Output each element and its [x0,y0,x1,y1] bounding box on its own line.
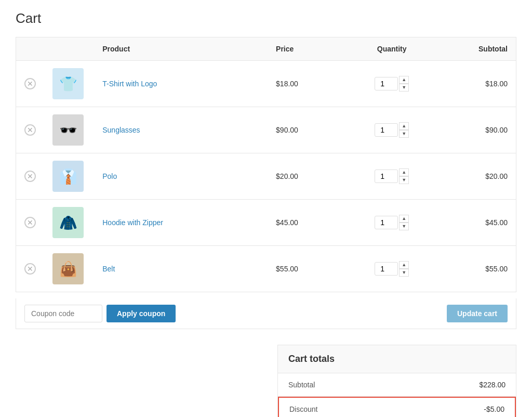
qty-down-button[interactable]: ▼ [399,269,409,277]
remove-item-button[interactable]: ✕ [24,217,36,228]
cart-totals-panel: Cart totals Subtotal $228.00 Discount -$… [277,345,516,417]
col-price: Price [268,37,342,61]
table-row: ✕ 🕶️ Sunglasses $90.00 ▲ ▼ [16,107,516,153]
col-img [44,37,94,61]
quantity-wrapper: ▲ ▼ [351,122,433,138]
qty-arrows: ▲ ▼ [399,76,409,92]
qty-arrows: ▲ ▼ [399,215,409,230]
table-row: ✕ 👕 T-Shirt with Logo $18.00 ▲ ▼ [16,61,516,107]
product-emoji: 👜 [59,260,77,278]
product-emoji: 👔 [59,168,77,185]
subtotal-cell: $20.00 [442,153,516,200]
remove-cell: ✕ [16,153,45,200]
quantity-input[interactable] [375,216,398,229]
product-link[interactable]: Belt [102,265,115,273]
qty-down-button[interactable]: ▼ [399,130,409,138]
quantity-wrapper: ▲ ▼ [351,215,433,230]
quantity-input[interactable] [375,77,398,90]
subtotal-cell: $45.00 [442,200,516,246]
product-image: 🧥 [52,207,84,238]
qty-down-button[interactable]: ▼ [399,84,409,92]
product-image: 👜 [52,253,84,284]
page-title: Cart [16,10,516,27]
quantity-input[interactable] [375,123,398,137]
coupon-input[interactable] [24,305,102,322]
table-row: ✕ 👜 Belt $55.00 ▲ ▼ $55.00 [16,246,516,292]
cart-table: Product Price Quantity Subtotal ✕ 👕 T-Sh… [16,37,516,292]
remove-cell: ✕ [16,61,45,107]
qty-down-button[interactable]: ▼ [399,223,409,230]
image-cell: 👔 [44,153,94,200]
subtotal-row: Subtotal $228.00 [278,373,516,397]
product-name-cell: Polo [94,153,268,200]
cart-totals-section: Cart totals Subtotal $228.00 Discount -$… [16,345,516,417]
subtotal-value: $228.00 [479,381,506,389]
subtotal-label: Subtotal [288,381,315,389]
qty-arrows: ▲ ▼ [399,122,409,138]
product-emoji: 👕 [59,75,77,93]
update-cart-button[interactable]: Update cart [447,305,508,322]
price-cell: $55.00 [268,246,342,292]
subtotal-cell: $55.00 [442,246,516,292]
apply-coupon-button[interactable]: Apply coupon [107,305,176,322]
quantity-cell: ▲ ▼ [342,200,442,246]
product-link[interactable]: T-Shirt with Logo [102,80,157,88]
remove-cell: ✕ [16,200,45,246]
quantity-cell: ▲ ▼ [342,246,442,292]
table-row: ✕ 👔 Polo $20.00 ▲ ▼ $20.00 [16,153,516,200]
quantity-wrapper: ▲ ▼ [351,76,433,92]
product-image: 👔 [52,161,84,192]
discount-value: -$5.00 [484,405,504,413]
product-emoji: 🕶️ [59,122,77,139]
quantity-wrapper: ▲ ▼ [351,168,433,184]
product-name-cell: Hoodie with Zipper [94,200,268,246]
remove-item-button[interactable]: ✕ [24,78,36,89]
cart-totals-title: Cart totals [278,345,516,373]
col-subtotal: Subtotal [442,37,516,61]
product-name-cell: Belt [94,246,268,292]
price-cell: $20.00 [268,153,342,200]
image-cell: 👜 [44,246,94,292]
product-link[interactable]: Sunglasses [102,126,140,134]
qty-up-button[interactable]: ▲ [399,261,409,269]
qty-down-button[interactable]: ▼ [399,176,409,184]
col-remove [16,37,45,61]
col-product: Product [94,37,268,61]
price-cell: $90.00 [268,107,342,153]
quantity-cell: ▲ ▼ [342,153,442,200]
remove-item-button[interactable]: ✕ [24,263,36,275]
col-quantity: Quantity [342,37,442,61]
remove-item-button[interactable]: ✕ [24,171,36,182]
image-cell: 🕶️ [44,107,94,153]
qty-up-button[interactable]: ▲ [399,76,409,84]
remove-cell: ✕ [16,246,45,292]
table-row: ✕ 🧥 Hoodie with Zipper $45.00 ▲ ▼ [16,200,516,246]
quantity-input[interactable] [375,170,398,183]
remove-cell: ✕ [16,107,45,153]
qty-arrows: ▲ ▼ [399,261,409,277]
remove-item-button[interactable]: ✕ [24,124,36,136]
image-cell: 🧥 [44,200,94,246]
product-image: 🕶️ [52,114,84,146]
discount-row: Discount -$5.00 [278,397,516,417]
subtotal-cell: $90.00 [442,107,516,153]
cart-actions: Apply coupon Update cart [16,298,516,329]
quantity-cell: ▲ ▼ [342,61,442,107]
price-cell: $18.00 [268,61,342,107]
product-image: 👕 [52,68,84,99]
qty-up-button[interactable]: ▲ [399,215,409,223]
qty-up-button[interactable]: ▲ [399,168,409,176]
product-link[interactable]: Polo [102,172,117,180]
product-emoji: 🧥 [59,214,77,231]
product-name-cell: Sunglasses [94,107,268,153]
qty-up-button[interactable]: ▲ [399,122,409,130]
quantity-wrapper: ▲ ▼ [351,261,433,277]
qty-arrows: ▲ ▼ [399,168,409,184]
product-name-cell: T-Shirt with Logo [94,61,268,107]
coupon-section: Apply coupon [24,305,176,322]
product-link[interactable]: Hoodie with Zipper [102,218,163,227]
quantity-input[interactable] [375,262,398,276]
price-cell: $45.00 [268,200,342,246]
quantity-cell: ▲ ▼ [342,107,442,153]
subtotal-cell: $18.00 [442,61,516,107]
